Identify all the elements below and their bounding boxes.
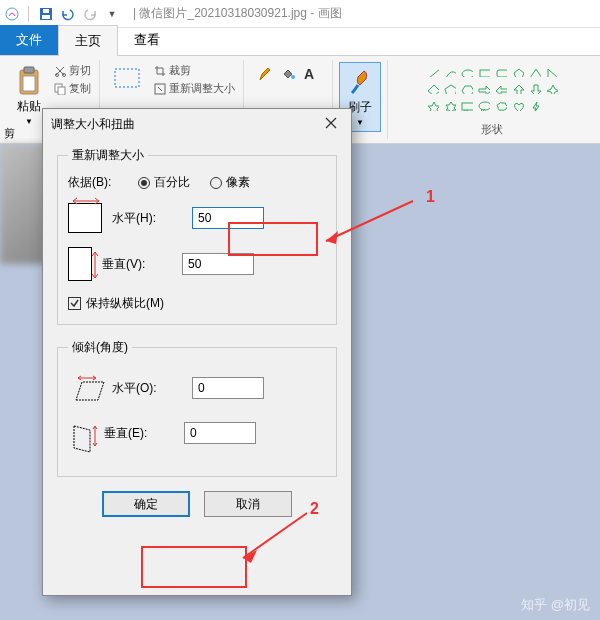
save-icon[interactable]	[37, 5, 55, 23]
vertical-e-label: 垂直(E):	[104, 425, 174, 442]
polygon-shape-icon[interactable]	[509, 64, 526, 79]
star5-shape-icon[interactable]	[424, 98, 441, 113]
roundrect-shape-icon[interactable]	[492, 64, 509, 79]
svg-rect-17	[497, 70, 508, 77]
select-icon	[112, 66, 142, 92]
quick-access-toolbar	[37, 5, 99, 23]
svg-point-0	[6, 8, 18, 20]
cut-label: 剪切	[69, 63, 91, 78]
by-label: 依据(B):	[68, 174, 118, 191]
horizontal-o-label: 水平(O):	[112, 380, 182, 397]
crop-label: 裁剪	[169, 63, 191, 78]
aspect-label: 保持纵横比(M)	[86, 295, 164, 312]
dialog-title: 调整大小和扭曲	[51, 116, 135, 133]
percent-label: 百分比	[154, 174, 190, 191]
ok-button[interactable]: 确定	[102, 491, 190, 517]
radio-checked-icon	[138, 177, 150, 189]
text-icon[interactable]: A	[302, 66, 318, 85]
skew-legend: 倾斜(角度)	[68, 339, 132, 356]
rtriangle-shape-icon[interactable]	[543, 64, 560, 79]
shapes-group: 形状	[388, 60, 596, 139]
lightning-shape-icon[interactable]	[526, 98, 543, 113]
resize-icon	[154, 83, 166, 95]
copy-button[interactable]: 复制	[52, 80, 93, 97]
arrowr-shape-icon[interactable]	[475, 81, 492, 96]
ribbon-tabs: 文件 主页 查看	[0, 28, 600, 56]
line-shape-icon[interactable]	[424, 64, 441, 79]
watermark: 知乎 @初见	[521, 596, 590, 614]
svg-rect-3	[43, 9, 49, 13]
clipboard-icon	[16, 66, 42, 96]
select-button[interactable]	[106, 62, 148, 96]
dialog-titlebar[interactable]: 调整大小和扭曲	[43, 109, 351, 139]
arrowl-shape-icon[interactable]	[492, 81, 509, 96]
bucket-icon[interactable]	[280, 66, 296, 85]
horizontal-skew-icon	[68, 374, 102, 402]
horizontal-input[interactable]	[192, 207, 264, 229]
resize-label: 重新调整大小	[169, 81, 235, 96]
svg-point-13	[291, 75, 295, 79]
cut-button[interactable]: 剪切	[52, 62, 93, 79]
aspect-checkbox[interactable]: 保持纵横比(M)	[68, 295, 326, 312]
shapes-gallery[interactable]	[420, 62, 564, 115]
app-icon	[4, 6, 20, 22]
brush-icon	[346, 67, 374, 97]
skew-v-input[interactable]	[184, 422, 256, 444]
triangle-shape-icon[interactable]	[526, 64, 543, 79]
qat-dropdown-icon[interactable]: ▼	[103, 5, 121, 23]
chevron-down-icon: ▼	[356, 118, 364, 127]
canvas-image	[0, 144, 46, 264]
horizontal-h-label: 水平(H):	[112, 210, 182, 227]
star4-shape-icon[interactable]	[543, 81, 560, 96]
arrowd-shape-icon[interactable]	[526, 81, 543, 96]
pencil-icon[interactable]	[258, 66, 274, 85]
close-icon	[325, 117, 337, 129]
crop-icon	[154, 65, 166, 77]
redo-icon[interactable]	[81, 5, 99, 23]
tab-view[interactable]: 查看	[118, 25, 176, 55]
svg-text:A: A	[304, 66, 314, 82]
oval-shape-icon[interactable]	[458, 64, 475, 79]
skew-h-input[interactable]	[192, 377, 264, 399]
star6-shape-icon[interactable]	[441, 98, 458, 113]
vertical-v-label: 垂直(V):	[102, 256, 172, 273]
horizontal-resize-icon	[68, 203, 102, 233]
selection-label: 剪	[4, 126, 15, 141]
pentagon-shape-icon[interactable]	[441, 81, 458, 96]
vertical-input[interactable]	[182, 253, 254, 275]
callout-rect-icon[interactable]	[458, 98, 475, 113]
diamond-shape-icon[interactable]	[424, 81, 441, 96]
tab-home[interactable]: 主页	[58, 25, 118, 56]
percent-radio[interactable]: 百分比	[138, 174, 190, 191]
window-title: | 微信图片_20210318030921.jpg - 画图	[133, 5, 342, 22]
svg-point-7	[56, 73, 59, 76]
crop-button[interactable]: 裁剪	[152, 62, 237, 79]
annotation-arrow-1	[318, 196, 418, 256]
svg-rect-16	[480, 70, 491, 77]
resize-fieldset: 重新调整大小 依据(B): 百分比 像素 水平(H): 垂直(V): 保持纵横比…	[57, 147, 337, 325]
vertical-resize-icon	[68, 247, 92, 281]
undo-icon[interactable]	[59, 5, 77, 23]
hexagon-shape-icon[interactable]	[458, 81, 475, 96]
svg-rect-10	[58, 87, 65, 95]
svg-rect-5	[24, 67, 34, 73]
radio-icon	[210, 177, 222, 189]
svg-rect-18	[462, 103, 474, 110]
resize-button[interactable]: 重新调整大小	[152, 80, 237, 97]
annotation-label-1: 1	[426, 188, 435, 206]
callout-oval-icon[interactable]	[475, 98, 492, 113]
rect-shape-icon[interactable]	[475, 64, 492, 79]
svg-rect-6	[23, 76, 35, 91]
arrowu-shape-icon[interactable]	[509, 81, 526, 96]
curve-shape-icon[interactable]	[441, 64, 458, 79]
tab-file[interactable]: 文件	[0, 25, 58, 55]
svg-rect-11	[115, 69, 139, 87]
shapes-group-label: 形状	[481, 122, 503, 137]
skew-fieldset: 倾斜(角度) 水平(O): 垂直(E):	[57, 339, 337, 477]
callout-cloud-icon[interactable]	[492, 98, 509, 113]
close-button[interactable]	[319, 114, 343, 134]
copy-icon	[54, 83, 66, 95]
heart-shape-icon[interactable]	[509, 98, 526, 113]
svg-rect-2	[42, 15, 50, 19]
pixels-radio[interactable]: 像素	[210, 174, 250, 191]
